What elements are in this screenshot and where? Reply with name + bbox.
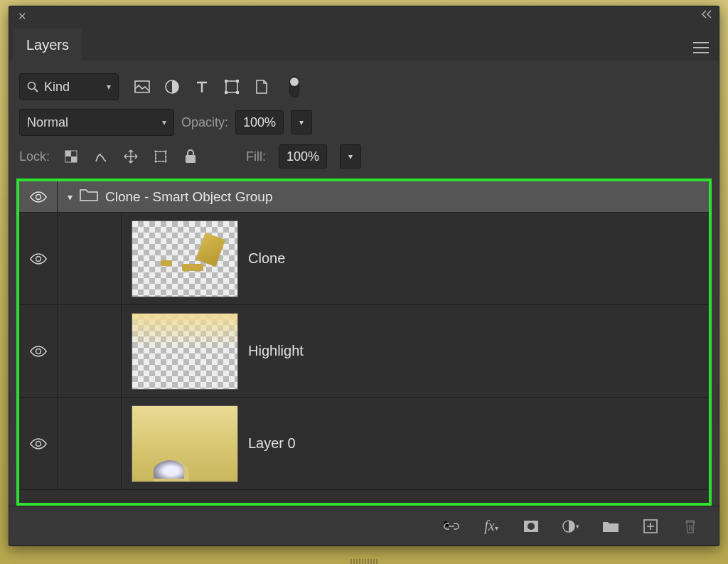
lock-fill-row: Lock: Fill: 100% ▾ <box>9 140 719 173</box>
new-group-icon[interactable] <box>602 518 619 535</box>
panel-tabbar: Layers <box>9 26 719 60</box>
lock-label: Lock: <box>19 149 50 164</box>
tab-layers[interactable]: Layers <box>14 28 82 60</box>
svg-point-20 <box>36 348 41 353</box>
svg-point-18 <box>36 194 41 199</box>
svg-line-1 <box>35 89 38 92</box>
link-layers-icon[interactable] <box>443 518 460 535</box>
new-layer-icon[interactable] <box>642 518 659 535</box>
lock-all-icon[interactable] <box>182 148 199 165</box>
visibility-toggle[interactable] <box>19 213 58 304</box>
layers-footer: fx▾ ▾ <box>9 506 719 546</box>
svg-point-19 <box>36 256 41 261</box>
svg-point-23 <box>528 523 535 530</box>
svg-rect-17 <box>186 155 196 163</box>
svg-rect-5 <box>225 80 228 83</box>
layer-row[interactable]: Clone <box>19 213 709 305</box>
panel-menu-icon[interactable] <box>693 42 709 53</box>
layer-group-row[interactable]: ▾ Clone - Smart Object Group <box>19 181 709 213</box>
panel-body: Kind ▾ Normal ▾ Opacity: 100% ▾ Lock: <box>9 60 719 546</box>
layers-panel: ✕ Layers Kind ▾ <box>9 6 719 546</box>
layer-name: Layer 0 <box>248 435 296 452</box>
layers-list-highlighted: ▾ Clone - Smart Object Group Clone <box>16 179 712 506</box>
svg-point-21 <box>36 441 41 446</box>
layer-indent <box>58 213 122 304</box>
layer-indent <box>58 398 122 489</box>
layer-thumbnail[interactable] <box>132 405 238 482</box>
layer-row[interactable]: Layer 0 <box>19 398 709 490</box>
svg-point-0 <box>28 83 36 90</box>
layer-style-icon[interactable]: fx▾ <box>483 518 500 535</box>
layer-name: Highlight <box>248 343 304 359</box>
layer-thumbnail[interactable] <box>132 220 238 297</box>
layers-empty-area[interactable] <box>19 490 709 503</box>
collapse-panel-icon[interactable] <box>700 9 713 21</box>
panel-titlebar: ✕ <box>9 6 719 26</box>
filter-smartobject-icon[interactable] <box>254 79 269 95</box>
opacity-slider-toggle[interactable]: ▾ <box>291 110 312 134</box>
lock-transparency-icon[interactable] <box>63 148 80 165</box>
filter-shape-icon[interactable] <box>224 79 240 95</box>
layer-indent <box>58 305 122 397</box>
lock-image-icon[interactable] <box>92 148 109 165</box>
blend-mode-dropdown[interactable]: Normal ▾ <box>19 109 174 136</box>
folder-icon <box>80 188 98 206</box>
eye-icon <box>30 191 47 203</box>
svg-rect-10 <box>65 151 71 156</box>
svg-rect-12 <box>156 151 166 161</box>
layer-thumbnail[interactable] <box>132 313 238 390</box>
search-icon <box>27 81 38 92</box>
eye-icon <box>30 438 47 449</box>
fill-label[interactable]: Fill: <box>246 149 266 164</box>
filter-pixel-icon[interactable] <box>134 79 150 95</box>
lock-position-icon[interactable] <box>122 148 139 165</box>
visibility-toggle[interactable] <box>19 181 58 212</box>
fill-slider-toggle[interactable]: ▾ <box>340 144 361 169</box>
filter-type-dropdown[interactable]: Kind ▾ <box>19 73 119 100</box>
layer-mask-icon[interactable] <box>523 518 540 535</box>
group-disclosure-icon[interactable]: ▾ <box>68 191 73 203</box>
panel-resize-grip[interactable] <box>339 558 389 564</box>
opacity-label[interactable]: Opacity: <box>181 115 228 130</box>
svg-rect-11 <box>71 156 77 162</box>
filter-type-text-icon[interactable] <box>194 79 210 95</box>
svg-rect-6 <box>236 80 239 83</box>
filter-type-label: Kind <box>44 80 70 95</box>
blend-mode-label: Normal <box>27 115 68 130</box>
chevron-down-icon: ▾ <box>107 82 111 92</box>
svg-rect-4 <box>226 81 237 92</box>
opacity-value[interactable]: 100% <box>235 110 284 134</box>
visibility-toggle[interactable] <box>19 305 58 397</box>
visibility-toggle[interactable] <box>19 398 58 489</box>
fill-value[interactable]: 100% <box>279 144 327 169</box>
svg-rect-7 <box>225 91 228 94</box>
blend-opacity-row: Normal ▾ Opacity: 100% ▾ <box>9 105 719 140</box>
chevron-down-icon: ▾ <box>162 117 166 127</box>
adjustment-layer-icon[interactable]: ▾ <box>562 518 579 535</box>
svg-rect-8 <box>236 91 239 94</box>
eye-icon <box>30 253 47 265</box>
group-name: Clone - Smart Object Group <box>105 189 272 205</box>
close-icon[interactable]: ✕ <box>18 10 27 23</box>
filter-row: Kind ▾ <box>9 69 719 105</box>
filter-kind-icons <box>134 76 299 97</box>
lock-artboard-icon[interactable] <box>152 148 169 165</box>
filter-toggle[interactable] <box>289 76 299 97</box>
layer-name: Clone <box>248 250 285 267</box>
eye-icon <box>30 346 47 357</box>
delete-layer-icon[interactable] <box>682 518 699 535</box>
layer-row[interactable]: Highlight <box>19 305 709 398</box>
filter-adjustment-icon[interactable] <box>164 79 180 95</box>
